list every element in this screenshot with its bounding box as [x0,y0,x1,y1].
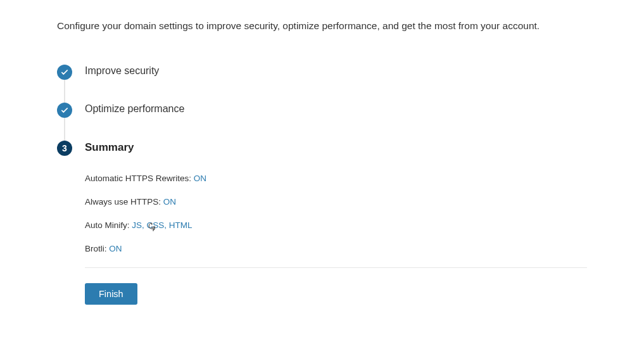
step-list: Improve security Optimize performance 3 … [57,65,587,156]
step-summary: 3 Summary [57,141,587,156]
step-marker-complete [57,103,72,118]
summary-https-rewrites: Automatic HTTPS Rewrites: ON [85,174,587,183]
step-marker-current: 3 [57,141,72,156]
step-optimize-performance[interactable]: Optimize performance [57,103,587,118]
step-label: Optimize performance [85,103,184,115]
summary-value: ON [109,244,122,253]
check-icon [60,68,69,77]
summary-auto-minify: Auto Minify: JS, CSS, HTML [85,220,587,230]
summary-value: ON [194,174,206,183]
step-connector [64,118,65,141]
summary-always-https: Always use HTTPS: ON [85,197,587,207]
step-number: 3 [62,143,67,153]
divider [85,267,587,268]
summary-value: ON [163,197,176,207]
step-improve-security[interactable]: Improve security [57,65,587,80]
step-label: Summary [85,141,134,154]
summary-label: Brotli: [85,244,109,253]
intro-text: Configure your domain settings to improv… [57,19,587,33]
step-label: Improve security [85,65,159,77]
summary-label: Auto Minify: [85,220,132,230]
check-icon [60,106,69,115]
summary-body: Automatic HTTPS Rewrites: ON Always use … [85,174,587,253]
step-connector [64,80,65,103]
summary-label: Always use HTTPS: [85,197,163,207]
summary-label: Automatic HTTPS Rewrites: [85,174,194,183]
finish-button[interactable]: Finish [85,283,137,305]
summary-value: JS, CSS, HTML [132,220,192,230]
step-marker-complete [57,65,72,80]
summary-brotli: Brotli: ON [85,244,587,253]
wizard-container: Configure your domain settings to improv… [0,0,644,305]
